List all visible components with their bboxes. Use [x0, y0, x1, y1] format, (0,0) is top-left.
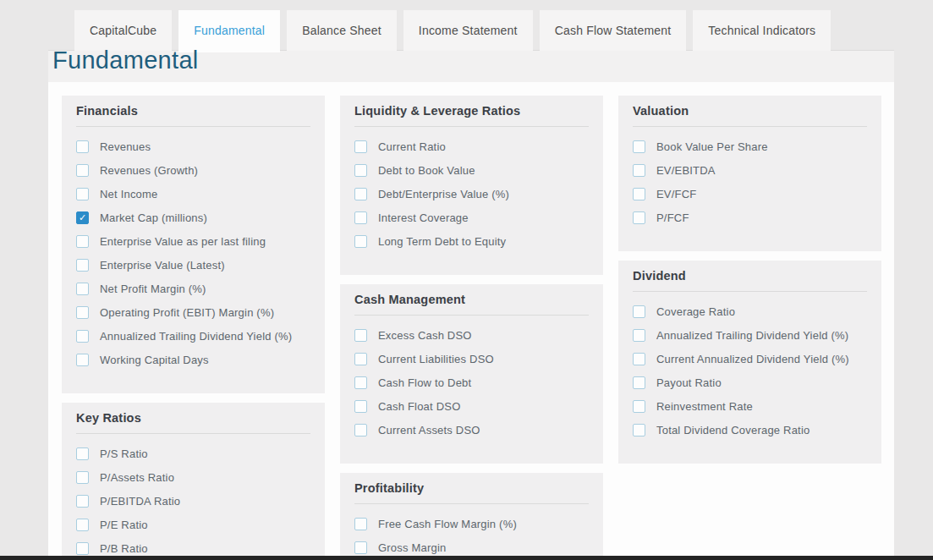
checkbox-row-net-income[interactable]: Net Income [76, 188, 310, 200]
checkbox-label: Net Income [100, 188, 157, 200]
checkbox[interactable] [354, 424, 367, 436]
checkbox-label: Current Assets DSO [378, 424, 480, 436]
checkbox-label: Coverage Ratio [656, 305, 735, 318]
checkbox-label: Free Cash Flow Margin (%) [378, 518, 517, 530]
checkbox[interactable] [76, 471, 89, 484]
checkbox[interactable] [76, 235, 89, 248]
panel-title: Key Ratios [76, 411, 310, 425]
checkbox-row-free-cash-flow-margin[interactable]: Free Cash Flow Margin (%) [354, 518, 589, 530]
checkbox[interactable] [354, 376, 367, 389]
checkbox[interactable] [354, 353, 367, 365]
checkbox-row-p-s-ratio[interactable]: P/S Ratio [76, 447, 310, 460]
checkbox-row-interest-coverage[interactable]: Interest Coverage [354, 211, 589, 224]
checkbox-row-current-ratio[interactable]: Current Ratio [354, 140, 589, 153]
checkbox-row-ev-fcf[interactable]: EV/FCF [633, 188, 867, 200]
checkbox[interactable] [76, 306, 89, 319]
checkbox-row-revenues-growth[interactable]: Revenues (Growth) [76, 164, 310, 177]
checkbox-row-net-profit-margin[interactable]: Net Profit Margin (%) [76, 283, 310, 295]
checkbox-row-payout-ratio[interactable]: Payout Ratio [633, 376, 867, 389]
checkbox[interactable] [76, 447, 89, 460]
checkbox[interactable] [354, 188, 367, 200]
checkbox-row-annualized-trailing-dividend-yield[interactable]: Annualized Trailing Dividend Yield (%) [76, 330, 310, 343]
taskbar-edge [0, 556, 933, 560]
checkbox[interactable] [76, 519, 89, 531]
checkbox[interactable] [633, 164, 645, 177]
checkbox-label: Interest Coverage [378, 211, 469, 224]
checkbox-row-excess-cash-dso[interactable]: Excess Cash DSO [354, 329, 589, 342]
checkbox-row-cash-flow-to-debt[interactable]: Cash Flow to Debt [354, 376, 589, 389]
checkbox-row-current-assets-dso[interactable]: Current Assets DSO [354, 424, 589, 436]
checkbox-label: EV/FCF [656, 188, 696, 200]
checkbox-row-debt-to-book-value[interactable]: Debt to Book Value [354, 164, 589, 177]
checkbox[interactable] [633, 424, 645, 436]
checkbox[interactable] [633, 211, 645, 224]
checkbox[interactable] [76, 330, 89, 343]
checkbox[interactable] [76, 354, 89, 366]
checkbox[interactable] [633, 188, 645, 200]
checkbox-row-revenues[interactable]: Revenues [76, 140, 310, 153]
checkbox[interactable] [354, 164, 367, 177]
panel-items: Free Cash Flow Margin (%) Gross Margin [354, 518, 589, 554]
checkbox[interactable] [354, 400, 367, 413]
checkbox-row-market-cap-millions[interactable]: ✓ Market Cap (millions) [76, 211, 310, 224]
checkbox[interactable] [354, 518, 367, 530]
content-wrapper: Financials Revenues Revenues (Growth) Ne… [48, 82, 894, 560]
checkbox-row-gross-margin[interactable]: Gross Margin [354, 541, 589, 554]
checkbox-row-ev-ebitda[interactable]: EV/EBITDA [633, 164, 867, 177]
tab-cash-flow-statement[interactable]: Cash Flow Statement [540, 10, 687, 51]
checkbox[interactable] [76, 164, 89, 177]
checkbox-row-p-b-ratio[interactable]: P/B Ratio [76, 542, 310, 555]
panel-title: Valuation [633, 104, 867, 118]
checkbox[interactable] [633, 329, 645, 342]
checkbox[interactable] [354, 211, 367, 224]
checkbox-row-enterprise-value-latest[interactable]: Enterprise Value (Latest) [76, 259, 310, 272]
checkbox[interactable] [76, 495, 89, 508]
checkbox[interactable] [633, 305, 645, 318]
checkbox-row-book-value-per-share[interactable]: Book Value Per Share [633, 140, 867, 153]
checkbox[interactable] [354, 140, 367, 153]
panel-items: Excess Cash DSO Current Liabilities DSO … [354, 329, 589, 436]
tab-technical-indicators[interactable]: Technical Indicators [693, 10, 831, 51]
checkbox[interactable] [76, 188, 89, 200]
checkbox[interactable] [76, 283, 89, 295]
checkbox-row-p-ebitda-ratio[interactable]: P/EBITDA Ratio [76, 495, 310, 508]
checkbox-row-working-capital-days[interactable]: Working Capital Days [76, 354, 310, 366]
checkbox-row-p-assets-ratio[interactable]: P/Assets Ratio [76, 471, 310, 484]
checkbox-row-reinvestment-rate[interactable]: Reinvestment Rate [633, 400, 867, 413]
checkbox-row-current-annualized-dividend-yield[interactable]: Current Annualized Dividend Yield (%) [633, 353, 867, 365]
checkbox[interactable] [76, 542, 89, 555]
checkbox[interactable]: ✓ [76, 211, 89, 224]
checkbox-label: Cash Float DSO [378, 400, 460, 413]
checkbox[interactable] [633, 376, 645, 389]
checkbox[interactable] [633, 140, 645, 153]
tab-capitalcube[interactable]: CapitalCube [74, 10, 172, 51]
column-left: Financials Revenues Revenues (Growth) Ne… [62, 82, 325, 560]
checkbox[interactable] [354, 329, 367, 342]
tab-label: Cash Flow Statement [555, 24, 672, 37]
tab-income-statement[interactable]: Income Statement [403, 10, 533, 51]
checkbox-label: Payout Ratio [656, 376, 722, 389]
checkbox-row-enterprise-value-as-per-last-filing[interactable]: Enterprise Value as per last filing [76, 235, 310, 248]
panel-items: P/S Ratio P/Assets Ratio P/EBITDA Ratio … [76, 447, 310, 555]
checkbox-label: Book Value Per Share [656, 140, 768, 153]
checkbox-row-long-term-debt-to-equity[interactable]: Long Term Debt to Equity [354, 235, 589, 248]
checkbox-row-debt-enterprise-value[interactable]: Debt/Enterprise Value (%) [354, 188, 589, 200]
checkbox-row-p-e-ratio[interactable]: P/E Ratio [76, 519, 310, 531]
checkbox-row-annualized-trailing-dividend-yield[interactable]: Annualized Trailing Dividend Yield (%) [633, 329, 867, 342]
checkbox-row-total-dividend-coverage-ratio[interactable]: Total Dividend Coverage Ratio [633, 424, 867, 436]
checkbox-row-operating-profit-ebit-margin[interactable]: Operating Profit (EBIT) Margin (%) [76, 306, 310, 319]
checkbox[interactable] [76, 140, 89, 153]
checkbox[interactable] [633, 400, 645, 413]
tab-balance-sheet[interactable]: Balance Sheet [287, 10, 397, 51]
panel-divider [633, 291, 867, 292]
panel-divider [76, 126, 310, 127]
checkbox[interactable] [354, 235, 367, 248]
checkbox[interactable] [76, 259, 89, 272]
checkbox-row-cash-float-dso[interactable]: Cash Float DSO [354, 400, 589, 413]
checkbox-row-p-fcf[interactable]: P/FCF [633, 211, 867, 224]
checkbox-row-current-liabilities-dso[interactable]: Current Liabilities DSO [354, 353, 589, 365]
checkbox[interactable] [354, 541, 367, 554]
checkbox-label: Revenues [100, 140, 151, 153]
checkbox-row-coverage-ratio[interactable]: Coverage Ratio [633, 305, 867, 318]
checkbox[interactable] [633, 353, 645, 365]
